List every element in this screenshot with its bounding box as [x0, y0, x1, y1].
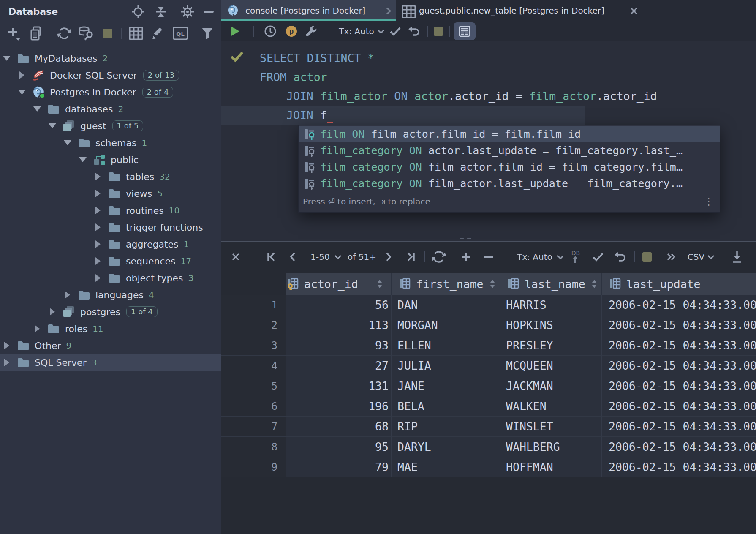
column-header-last_name[interactable]: last_name: [500, 273, 602, 295]
cell-actor-id[interactable]: 27: [286, 356, 392, 376]
cell-actor-id[interactable]: 79: [286, 457, 392, 477]
chevron-collapsed-icon[interactable]: [95, 274, 101, 282]
completion-item[interactable]: film_category ON film_actor.film_id = fi…: [299, 159, 720, 175]
column-header-last_update[interactable]: last_update: [602, 273, 756, 295]
cell-last-update[interactable]: 2006-02-15 04:34:33.00: [602, 417, 756, 437]
cell-actor-id[interactable]: 131: [286, 376, 392, 396]
grid-row-6[interactable]: 6 196 BELA WALKEN 2006-02-15 04:34:33.00: [221, 396, 756, 417]
grid-row-2[interactable]: 2 113 MORGAN HOPKINS 2006-02-15 04:34:33…: [221, 315, 756, 335]
tree-item-aggregates[interactable]: aggregates1: [0, 236, 221, 253]
cell-last-update[interactable]: 2006-02-15 04:34:33.00: [602, 356, 756, 376]
commit-icon[interactable]: [592, 252, 604, 262]
chevron-collapsed-icon[interactable]: [95, 240, 101, 248]
export-format-select[interactable]: CSV: [688, 252, 704, 262]
cell-last-update[interactable]: 2006-02-15 04:34:33.00: [602, 437, 756, 457]
tree-item-sequences[interactable]: sequences17: [0, 253, 221, 270]
completion-item[interactable]: film_category ON actor.last_update = fil…: [299, 142, 720, 159]
sort-icon[interactable]: [489, 278, 495, 289]
stop-icon[interactable]: [642, 252, 652, 262]
locate-icon[interactable]: [131, 5, 145, 19]
table-icon[interactable]: [129, 27, 143, 40]
grid-row-9[interactable]: 9 79 MAE HOFFMAN 2006-02-15 04:34:33.00: [221, 457, 756, 477]
tx-mode-select[interactable]: Tx: Auto: [339, 26, 374, 36]
chevron-collapsed-icon[interactable]: [95, 223, 101, 231]
chevron-right-icon[interactable]: [385, 7, 392, 15]
chevron-expanded-icon[interactable]: [64, 140, 71, 145]
rollback-icon[interactable]: [614, 251, 626, 262]
chevron-collapsed-icon[interactable]: [65, 291, 70, 299]
grid-row-5[interactable]: 5 131 JANE JACKMAN 2006-02-15 04:34:33.0…: [221, 376, 756, 396]
run-icon[interactable]: [229, 25, 240, 37]
chevron-down-icon[interactable]: [707, 254, 715, 259]
splitter-handle[interactable]: [460, 237, 476, 240]
cell-last-name[interactable]: HOPKINS: [500, 315, 602, 335]
edit-icon[interactable]: [151, 27, 164, 40]
column-header-first_name[interactable]: first_name: [392, 273, 500, 295]
page-range[interactable]: 1-50: [310, 252, 329, 262]
tree-item-routines[interactable]: routines10: [0, 202, 221, 219]
chevron-collapsed-icon[interactable]: [50, 308, 55, 316]
chevron-collapsed-icon[interactable]: [19, 71, 24, 79]
completion-item[interactable]: film ON film_actor.film_id = film.film_i…: [299, 126, 720, 142]
tree-item-schemas[interactable]: schemas1: [0, 134, 221, 151]
chevron-expanded-icon[interactable]: [79, 157, 87, 162]
cell-actor-id[interactable]: 68: [286, 417, 392, 437]
stop-icon[interactable]: [433, 26, 443, 36]
cell-first-name[interactable]: ELLEN: [392, 335, 500, 356]
tree-item-postgres[interactable]: postgres1 of 4: [0, 303, 221, 320]
close-icon[interactable]: [629, 6, 639, 16]
next-page-icon[interactable]: [385, 251, 392, 262]
sort-icon[interactable]: [377, 278, 383, 289]
filter-icon[interactable]: [201, 27, 214, 40]
cell-last-update[interactable]: 2006-02-15 04:34:33.00: [602, 315, 756, 335]
completion-item[interactable]: film_category ON film_actor.last_update …: [299, 175, 720, 192]
tree-item-views[interactable]: views5: [0, 185, 221, 202]
prev-page-icon[interactable]: [289, 251, 296, 262]
cell-last-update[interactable]: 2006-02-15 04:34:33.00: [602, 335, 756, 356]
grid-row-1[interactable]: 1 56 DAN HARRIS 2006-02-15 04:34:33.00: [221, 295, 756, 315]
tree-item-roles[interactable]: roles11: [0, 320, 221, 337]
cell-last-name[interactable]: WAHLBERG: [500, 437, 602, 457]
db-tools-icon[interactable]: [78, 26, 93, 41]
cell-last-name[interactable]: JACKMAN: [500, 376, 602, 396]
cell-last-update[interactable]: 2006-02-15 04:34:33.00: [602, 376, 756, 396]
chevron-expanded-icon[interactable]: [3, 56, 11, 61]
tree-item-public[interactable]: public: [0, 151, 221, 168]
chevron-collapsed-icon[interactable]: [4, 359, 9, 366]
minimize-icon[interactable]: [204, 11, 214, 13]
chevron-expanded-icon[interactable]: [18, 90, 26, 95]
chevron-expanded-icon[interactable]: [33, 106, 41, 112]
cell-last-name[interactable]: HOFFMAN: [500, 457, 602, 477]
tree-item-docker-sql-server[interactable]: Docker SQL Server2 of 13: [0, 67, 221, 84]
chevron-collapsed-icon[interactable]: [4, 342, 9, 349]
cell-first-name[interactable]: DARYL: [392, 437, 500, 457]
chevron-down-icon[interactable]: [557, 254, 564, 259]
submit-db-icon[interactable]: DB: [569, 250, 582, 264]
chevron-collapsed-icon[interactable]: [95, 190, 101, 197]
cell-actor-id[interactable]: 113: [286, 315, 392, 335]
commit-icon[interactable]: [389, 26, 401, 36]
collapse-all-icon[interactable]: [155, 5, 167, 19]
close-results-icon[interactable]: [231, 252, 240, 262]
cell-last-name[interactable]: HARRIS: [500, 295, 602, 315]
grid-row-7[interactable]: 7 68 RIP WINSLET 2006-02-15 04:34:33.00: [221, 417, 756, 437]
first-page-icon[interactable]: [267, 251, 276, 262]
tree-item-trigger-functions[interactable]: trigger functions: [0, 219, 221, 236]
grid-row-8[interactable]: 8 95 DARYL WAHLBERG 2006-02-15 04:34:33.…: [221, 437, 756, 457]
gear-icon[interactable]: [181, 5, 194, 19]
tree-item-guest[interactable]: guest1 of 5: [0, 117, 221, 134]
chevron-collapsed-icon[interactable]: [35, 325, 40, 332]
cell-first-name[interactable]: DAN: [392, 295, 500, 315]
export-icon[interactable]: [732, 251, 742, 263]
cell-last-update[interactable]: 2006-02-15 04:34:33.00: [602, 295, 756, 315]
cell-first-name[interactable]: BELA: [392, 396, 500, 417]
tree-item-languages[interactable]: languages4: [0, 286, 221, 303]
sort-icon[interactable]: [591, 278, 597, 289]
column-header-actor_id[interactable]: actor_id: [286, 273, 392, 295]
cell-last-name[interactable]: MCQUEEN: [500, 356, 602, 376]
last-page-icon[interactable]: [406, 251, 416, 262]
tree-item-other[interactable]: Other9: [0, 337, 221, 354]
kebab-menu-icon[interactable]: ⋮: [704, 196, 714, 207]
cell-actor-id[interactable]: 93: [286, 335, 392, 356]
chevron-collapsed-icon[interactable]: [95, 173, 101, 180]
